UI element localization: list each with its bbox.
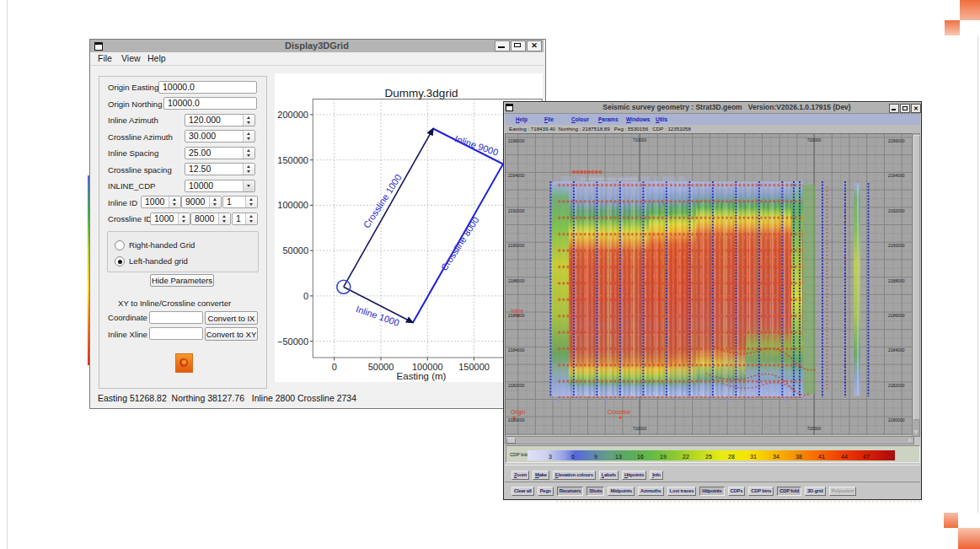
svg-text:Origin: Origin	[511, 409, 526, 416]
svg-text:200000: 200000	[277, 110, 308, 120]
svg-text:6: 6	[571, 454, 575, 460]
svg-text:2186000: 2186000	[888, 313, 905, 318]
svg-text:0: 0	[303, 291, 308, 301]
svg-text:13: 13	[615, 454, 622, 460]
svg-text:47: 47	[863, 454, 870, 460]
svg-text:2190000: 2190000	[508, 243, 525, 248]
svg-text:2184000: 2184000	[508, 347, 525, 353]
svg-text:Easting (m): Easting (m)	[397, 371, 447, 381]
svg-text:150000: 150000	[277, 155, 308, 165]
svg-text:2196000: 2196000	[508, 138, 525, 143]
svg-text:2196000: 2196000	[888, 138, 905, 143]
svg-text:710000: 710000	[633, 426, 647, 431]
svg-text:2192000: 2192000	[508, 208, 525, 213]
svg-text:16: 16	[637, 454, 644, 460]
svg-text:9: 9	[594, 454, 597, 460]
svg-text:2186000: 2186000	[508, 313, 525, 318]
svg-text:2184000: 2184000	[888, 347, 905, 353]
svg-text:25: 25	[705, 454, 712, 460]
svg-text:34: 34	[773, 454, 779, 460]
svg-text:2182000: 2182000	[888, 383, 905, 388]
svg-text:38: 38	[795, 454, 802, 460]
svg-text:710000: 710000	[633, 137, 647, 143]
svg-text:28: 28	[728, 454, 735, 460]
svg-text:2182000: 2182000	[508, 383, 525, 388]
svg-text:3: 3	[549, 454, 552, 460]
svg-text:2188000: 2188000	[508, 278, 525, 283]
svg-text:19: 19	[660, 454, 667, 460]
svg-text:2188000: 2188000	[888, 278, 905, 283]
svg-text:150000: 150000	[458, 362, 490, 372]
svg-text:2194000: 2194000	[508, 173, 525, 178]
svg-text:720000: 720000	[807, 426, 822, 431]
svg-text:Crossline: Crossline	[608, 409, 630, 415]
svg-text:720000: 720000	[807, 137, 822, 143]
svg-text:50000: 50000	[282, 245, 308, 256]
svg-text:31: 31	[750, 454, 757, 460]
svg-text:2194000: 2194000	[888, 173, 905, 178]
svg-text:2192000: 2192000	[888, 208, 905, 213]
svg-text:2180000: 2180000	[888, 417, 905, 423]
svg-text:41: 41	[818, 454, 825, 460]
svg-text:2190000: 2190000	[888, 243, 905, 248]
svg-text:2180000: 2180000	[508, 417, 525, 423]
svg-text:44: 44	[841, 454, 848, 460]
svg-text:0: 0	[332, 362, 337, 372]
svg-text:50000: 50000	[368, 362, 394, 372]
svg-text:22: 22	[683, 454, 689, 460]
svg-text:−50000: −50000	[277, 336, 308, 347]
svg-text:100000: 100000	[277, 200, 308, 210]
svg-text:Dummy.3dgrid: Dummy.3dgrid	[385, 87, 458, 100]
